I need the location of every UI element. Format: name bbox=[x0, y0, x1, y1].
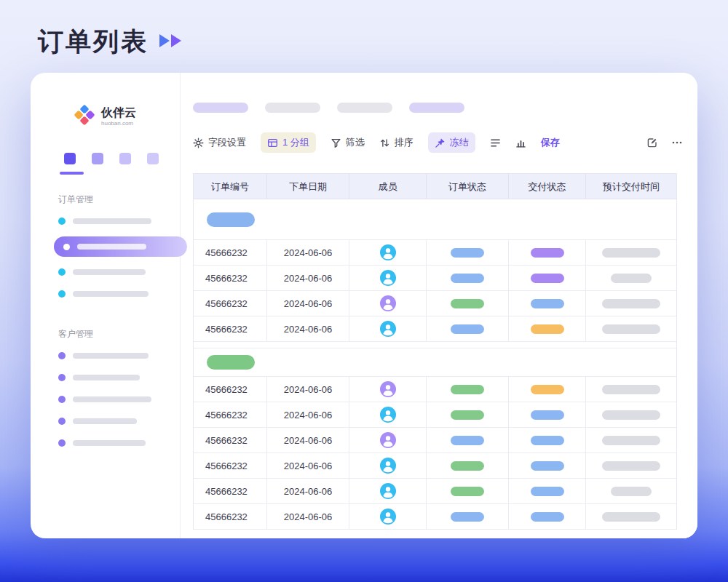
eta-cell[interactable] bbox=[586, 504, 676, 530]
order-status-cell[interactable] bbox=[427, 316, 509, 342]
nav-square-4[interactable] bbox=[147, 153, 159, 164]
order-status-cell[interactable] bbox=[427, 266, 509, 291]
column-header[interactable]: 订单状态 bbox=[427, 174, 509, 199]
edit-icon[interactable] bbox=[646, 137, 658, 148]
order-number-cell[interactable]: 45666232 bbox=[194, 402, 267, 428]
order-date-cell[interactable]: 2024-06-06 bbox=[267, 240, 349, 266]
sidebar-item[interactable] bbox=[58, 218, 180, 225]
chart-button[interactable] bbox=[515, 137, 526, 148]
order-date-cell[interactable]: 2024-06-06 bbox=[267, 428, 349, 453]
member-cell[interactable] bbox=[349, 240, 427, 266]
sidebar-item[interactable] bbox=[58, 439, 180, 447]
eta-cell[interactable] bbox=[586, 377, 676, 402]
member-cell[interactable] bbox=[349, 504, 427, 530]
nav-square-3[interactable] bbox=[119, 153, 131, 164]
eta-cell[interactable] bbox=[586, 479, 676, 504]
delivery-status-cell[interactable] bbox=[509, 266, 586, 291]
member-cell[interactable] bbox=[349, 479, 427, 504]
order-status-cell[interactable] bbox=[427, 240, 509, 266]
eta-cell[interactable] bbox=[586, 266, 676, 291]
more-button[interactable] bbox=[671, 137, 683, 148]
order-number-cell[interactable]: 45666232 bbox=[194, 479, 267, 504]
order-date-cell[interactable]: 2024-06-06 bbox=[267, 504, 349, 530]
member-cell[interactable] bbox=[349, 402, 427, 428]
member-cell[interactable] bbox=[349, 453, 427, 479]
delivery-status-cell[interactable] bbox=[509, 316, 586, 342]
order-date-cell[interactable]: 2024-06-06 bbox=[267, 316, 349, 342]
order-date-cell[interactable]: 2024-06-06 bbox=[267, 291, 349, 316]
field-settings-button[interactable]: 字段设置 bbox=[193, 136, 246, 149]
delivery-status-cell[interactable] bbox=[509, 240, 586, 266]
eta-cell[interactable] bbox=[586, 402, 676, 428]
row-height-button[interactable] bbox=[490, 137, 501, 148]
table-row[interactable]: 456662322024-06-06 bbox=[194, 428, 676, 453]
order-status-cell[interactable] bbox=[427, 453, 509, 479]
sidebar-item[interactable] bbox=[58, 290, 180, 298]
member-cell[interactable] bbox=[349, 377, 427, 402]
table-row[interactable]: 456662322024-06-06 bbox=[194, 402, 676, 428]
delivery-status-cell[interactable] bbox=[509, 291, 586, 316]
eta-cell[interactable] bbox=[586, 316, 676, 342]
column-header[interactable]: 下单日期 bbox=[267, 174, 349, 199]
table-row[interactable]: 456662322024-06-06 bbox=[194, 504, 676, 530]
member-cell[interactable] bbox=[349, 428, 427, 453]
delivery-status-cell[interactable] bbox=[509, 402, 586, 428]
delivery-status-cell[interactable] bbox=[509, 504, 586, 530]
eta-cell[interactable] bbox=[586, 291, 676, 316]
sidebar-item-active[interactable] bbox=[54, 236, 187, 257]
sidebar-item[interactable] bbox=[58, 352, 180, 359]
group-header-row[interactable] bbox=[194, 348, 676, 377]
order-number-cell[interactable]: 45666232 bbox=[194, 453, 267, 479]
order-number-cell[interactable]: 45666232 bbox=[194, 428, 267, 453]
order-number-cell[interactable]: 45666232 bbox=[194, 377, 267, 402]
save-button[interactable]: 保存 bbox=[541, 136, 560, 149]
column-header[interactable]: 订单编号 bbox=[194, 174, 267, 199]
member-cell[interactable] bbox=[349, 316, 427, 342]
order-status-cell[interactable] bbox=[427, 377, 509, 402]
order-status-cell[interactable] bbox=[427, 291, 509, 316]
member-cell[interactable] bbox=[349, 266, 427, 291]
delivery-status-cell[interactable] bbox=[509, 479, 586, 504]
order-status-cell[interactable] bbox=[427, 402, 509, 428]
table-row[interactable]: 456662322024-06-06 bbox=[194, 240, 676, 266]
table-row[interactable]: 456662322024-06-06 bbox=[194, 377, 676, 402]
order-status-cell[interactable] bbox=[427, 428, 509, 453]
table-row[interactable]: 456662322024-06-06 bbox=[194, 266, 676, 291]
order-status-cell[interactable] bbox=[427, 479, 509, 504]
freeze-button[interactable]: 冻结 bbox=[428, 132, 475, 153]
eta-cell[interactable] bbox=[586, 240, 676, 266]
delivery-status-cell[interactable] bbox=[509, 453, 586, 479]
delivery-status-cell[interactable] bbox=[509, 428, 586, 453]
table-row[interactable]: 456662322024-06-06 bbox=[194, 291, 676, 316]
order-date-cell[interactable]: 2024-06-06 bbox=[267, 453, 349, 479]
order-number-cell[interactable]: 45666232 bbox=[194, 291, 267, 316]
column-header[interactable]: 成员 bbox=[349, 174, 427, 199]
column-header[interactable]: 交付状态 bbox=[509, 174, 586, 199]
order-number-cell[interactable]: 45666232 bbox=[194, 504, 267, 530]
table-row[interactable]: 456662322024-06-06 bbox=[194, 316, 676, 342]
group-header-row[interactable] bbox=[194, 199, 676, 240]
table-row[interactable]: 456662322024-06-06 bbox=[194, 453, 676, 479]
sidebar-item[interactable] bbox=[58, 268, 180, 276]
eta-cell[interactable] bbox=[586, 453, 676, 479]
column-header[interactable]: 预计交付时间 bbox=[586, 174, 676, 199]
sort-button[interactable]: 排序 bbox=[379, 136, 414, 149]
group-button[interactable]: 1 分组 bbox=[261, 132, 316, 153]
member-cell[interactable] bbox=[349, 291, 427, 316]
filter-button[interactable]: 筛选 bbox=[331, 136, 365, 149]
order-date-cell[interactable]: 2024-06-06 bbox=[267, 377, 349, 402]
sidebar-item[interactable] bbox=[58, 374, 180, 381]
delivery-status-cell[interactable] bbox=[509, 377, 586, 402]
order-number-cell[interactable]: 45666232 bbox=[194, 240, 267, 266]
order-date-cell[interactable]: 2024-06-06 bbox=[267, 402, 349, 428]
order-number-cell[interactable]: 45666232 bbox=[194, 316, 267, 342]
nav-square-2[interactable] bbox=[92, 153, 103, 164]
order-date-cell[interactable]: 2024-06-06 bbox=[267, 266, 349, 291]
order-status-cell[interactable] bbox=[427, 504, 509, 530]
nav-square-1[interactable] bbox=[64, 153, 76, 164]
order-date-cell[interactable]: 2024-06-06 bbox=[267, 479, 349, 504]
order-number-cell[interactable]: 45666232 bbox=[194, 266, 267, 291]
eta-cell[interactable] bbox=[586, 428, 676, 453]
table-row[interactable]: 456662322024-06-06 bbox=[194, 479, 676, 504]
sidebar-item[interactable] bbox=[58, 396, 180, 403]
